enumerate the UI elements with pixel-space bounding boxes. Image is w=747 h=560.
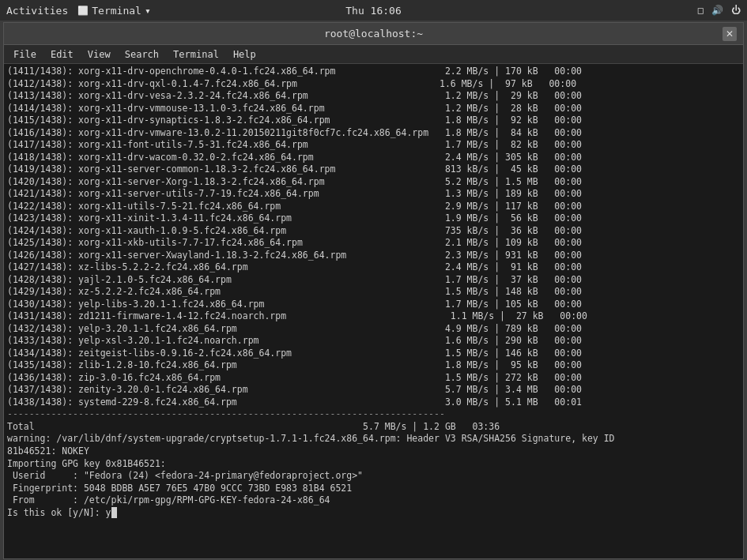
list-item: (1421/1438): xorg-x11-server-utils-7.7-1… (7, 188, 740, 201)
warning-line-2: Importing GPG key 0x81B46521: (7, 458, 740, 471)
list-item: (1430/1438): yelp-libs-3.20.1-1.fc24.x86… (7, 299, 740, 311)
terminal-menu-button[interactable]: ⬜ Terminal ▾ (77, 5, 150, 17)
volume-icon[interactable]: 🔊 (711, 5, 723, 16)
warning-line-5: From : /etc/pki/rpm-gpg/RPM-GPG-KEY-fedo… (7, 494, 740, 507)
list-item: (1424/1438): xorg-x11-xauth-1.0.9-5.fc24… (7, 225, 740, 238)
list-item: (1420/1438): xorg-x11-server-Xorg-1.18.3… (7, 176, 740, 189)
list-item: (1418/1438): xorg-x11-drv-wacom-0.32.0-2… (7, 152, 740, 164)
list-item: (1413/1438): xorg-x11-drv-vesa-2.3.2-24.… (7, 90, 740, 103)
list-item: (1429/1438): xz-5.2.2-2.fc24.x86_64.rpm … (7, 286, 740, 299)
system-datetime: Thu 16:06 (345, 5, 401, 17)
warning-line-0: warning: /var/lib/dnf/system-upgrade/cry… (7, 433, 740, 445)
list-item: (1415/1438): xorg-x11-drv-synaptics-1.8.… (7, 115, 740, 127)
list-item: (1433/1438): yelp-xsl-3.20.1-1.fc24.noar… (7, 335, 740, 348)
list-item: (1412/1438): xorg-x11-drv-qxl-0.1.4-7.fc… (7, 78, 740, 91)
list-item: (1435/1438): zlib-1.2.8-10.fc24.x86_64.r… (7, 359, 740, 372)
system-bar-right: □ 🔊 ⏻ (698, 5, 741, 16)
menu-bar: File Edit View Search Terminal Help (4, 45, 743, 64)
list-item: (1422/1438): xorg-x11-utils-7.5-21.fc24.… (7, 201, 740, 213)
list-item: (1419/1438): xorg-x11-server-common-1.18… (7, 163, 740, 176)
menu-edit[interactable]: Edit (44, 47, 80, 62)
chevron-down-icon: ▾ (145, 5, 151, 17)
list-item: (1431/1438): zd1211-firmware-1.4-12.fc24… (7, 310, 740, 323)
list-item: (1437/1438): zenity-3.20.0-1.fc24.x86_64… (7, 384, 740, 397)
total-line: Total 5.7 MB/s | 1.2 GB 03:36 (7, 421, 740, 434)
terminal-window: root@localhost:~ ✕ File Edit View Search… (3, 22, 744, 559)
cursor (111, 507, 117, 518)
list-item: (1423/1438): xorg-x11-xinit-1.3.4-11.fc2… (7, 212, 740, 225)
activities-button[interactable]: Activities (6, 5, 68, 17)
terminal-label: Terminal (92, 5, 141, 17)
list-item: (1432/1438): yelp-3.20.1-1.fc24.x86_64.r… (7, 323, 740, 336)
list-item: (1416/1438): xorg-x11-drv-vmware-13.0.2-… (7, 127, 740, 140)
list-item: (1428/1438): yajl-2.1.0-5.fc24.x86_64.rp… (7, 274, 740, 287)
terminal-icon: ⬜ (77, 6, 89, 16)
list-item: (1425/1438): xorg-x11-xkb-utils-7.7-17.f… (7, 237, 740, 250)
window-icon[interactable]: □ (698, 5, 704, 16)
separator-line: ----------------------------------------… (7, 408, 740, 421)
prompt-line[interactable]: Is this ok [y/N]: y (7, 507, 740, 520)
menu-terminal[interactable]: Terminal (167, 47, 225, 62)
list-item: (1434/1438): zeitgeist-libs-0.9.16-2.fc2… (7, 348, 740, 360)
warning-line-1: 81b46521: NOKEY (7, 445, 740, 458)
list-item: (1414/1438): xorg-x11-drv-vmmouse-13.1.0… (7, 103, 740, 115)
title-bar: root@localhost:~ ✕ (4, 23, 743, 45)
menu-help[interactable]: Help (227, 47, 262, 62)
list-item: (1411/1438): xorg-x11-drv-openchrome-0.4… (7, 66, 740, 78)
list-item: (1426/1438): xorg-x11-server-Xwayland-1.… (7, 250, 740, 262)
menu-file[interactable]: File (7, 47, 43, 62)
warning-line-3: Userid : "Fedora (24) <fedora-24-primary… (7, 470, 740, 483)
menu-search[interactable]: Search (119, 47, 165, 62)
list-item: (1417/1438): xorg-x11-font-utils-7.5-31.… (7, 139, 740, 152)
menu-view[interactable]: View (81, 47, 117, 62)
warning-line-4: Fingerprint: 5048 BDBB A5E7 76E5 47B0 9C… (7, 483, 740, 495)
system-bar: Activities ⬜ Terminal ▾ Thu 16:06 □ 🔊 ⏻ (0, 0, 747, 21)
list-item: (1436/1438): zip-3.0-16.fc24.x86_64.rpm … (7, 372, 740, 385)
close-button[interactable]: ✕ (722, 27, 737, 41)
window-title: root@localhost:~ (324, 28, 423, 39)
terminal-content[interactable]: (1411/1438): xorg-x11-drv-openchrome-0.4… (4, 64, 743, 558)
list-item: (1438/1438): systemd-229-8.fc24.x86_64.r… (7, 397, 740, 409)
power-icon[interactable]: ⏻ (731, 5, 741, 16)
system-bar-left: Activities ⬜ Terminal ▾ (6, 5, 151, 17)
list-item: (1427/1438): xz-libs-5.2.2-2.fc24.x86_64… (7, 261, 740, 274)
